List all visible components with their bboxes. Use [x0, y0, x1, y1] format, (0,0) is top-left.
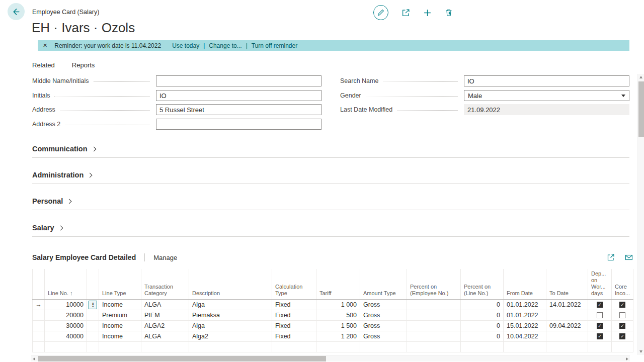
row-selector[interactable]: →	[33, 300, 45, 310]
core-income-checkbox[interactable]	[619, 333, 625, 339]
cell-amount-type[interactable]: Gross	[360, 321, 407, 331]
cell-amount-type[interactable]: Gross	[360, 300, 407, 310]
cell-description[interactable]: Piemaksa	[189, 310, 272, 321]
cell-tariff[interactable]: 1 500	[316, 321, 360, 331]
section-administration[interactable]: Administration	[32, 171, 629, 184]
address-input[interactable]	[156, 104, 321, 115]
section-personal[interactable]: Personal	[32, 197, 629, 210]
cell-description[interactable]: Alga	[189, 300, 272, 310]
vertical-scroll-thumb[interactable]	[638, 81, 644, 137]
col-from-date[interactable]: From Date	[504, 269, 546, 300]
dep-workdays-checkbox[interactable]	[597, 323, 603, 329]
cell-percent-employee[interactable]	[407, 321, 461, 331]
cell-line-type[interactable]: Income	[99, 321, 141, 331]
change-to-link[interactable]: Change to...	[209, 42, 242, 49]
col-percent-line[interactable]: Percent on (Line No.)	[461, 269, 504, 300]
cell-core-income[interactable]	[612, 310, 633, 321]
menu-reports[interactable]: Reports	[72, 61, 95, 69]
cell-line-type[interactable]: Income	[99, 331, 141, 342]
cell-from-date[interactable]: 01.01.2022	[504, 300, 546, 310]
cell-calculation-type[interactable]: Fixed	[272, 310, 316, 321]
cell-from-date[interactable]: 10.04.2022	[504, 331, 546, 342]
cell-percent-employee[interactable]	[407, 331, 461, 342]
cell-line-type[interactable]: Income	[99, 300, 141, 310]
cell-calculation-type[interactable]: Fixed	[272, 321, 316, 331]
cell-tariff[interactable]: 1 200	[316, 331, 360, 342]
cell-transaction-category[interactable]: ALGA	[141, 300, 189, 310]
col-line-type[interactable]: Line Type	[99, 269, 141, 300]
vertical-scrollbar[interactable]	[637, 74, 644, 355]
cell-line-no[interactable]: 20000	[45, 310, 87, 321]
use-today-link[interactable]: Use today	[172, 42, 199, 49]
cell-dep-workdays[interactable]	[588, 331, 612, 342]
cell-percent-line[interactable]: 0	[461, 300, 504, 310]
cell-row-menu[interactable]: ⋮	[87, 300, 99, 310]
cell-dep-workdays[interactable]	[588, 300, 612, 310]
dep-workdays-checkbox[interactable]	[597, 333, 603, 339]
col-amount-type[interactable]: Amount Type	[360, 269, 407, 300]
section-communication[interactable]: Communication	[32, 145, 629, 158]
edit-button[interactable]	[373, 5, 388, 20]
col-to-date[interactable]: To Date	[546, 269, 588, 300]
cell-line-no[interactable]: 40000	[45, 331, 87, 342]
share-icon[interactable]	[607, 253, 615, 261]
cell-to-date[interactable]: 14.01.2022	[546, 300, 588, 310]
cell-from-date[interactable]: 01.01.2022	[504, 310, 546, 321]
cell-from-date[interactable]: 15.01.2022	[504, 321, 546, 331]
gender-select[interactable]: Male	[464, 90, 629, 101]
address2-input[interactable]	[156, 119, 321, 130]
section-salary[interactable]: Salary	[32, 224, 629, 237]
cell-percent-line[interactable]: 0	[461, 331, 504, 342]
cell-core-income[interactable]	[612, 321, 633, 331]
cell-line-no[interactable]: 30000	[45, 321, 87, 331]
cell-transaction-category[interactable]: PIEM	[141, 310, 189, 321]
turn-off-reminder-link[interactable]: Turn off reminder	[252, 42, 297, 49]
cell-calculation-type[interactable]: Fixed	[272, 300, 316, 310]
banner-close-icon[interactable]: ✕	[43, 42, 47, 49]
cell-dep-workdays[interactable]	[588, 310, 612, 321]
col-line-no[interactable]: Line No. ↑	[45, 269, 87, 300]
col-tariff[interactable]: Tariff	[316, 269, 360, 300]
horizontal-scroll-thumb[interactable]	[38, 356, 326, 361]
col-core-income[interactable]: Core Inco...	[612, 269, 633, 300]
cell-calculation-type[interactable]: Fixed	[272, 331, 316, 342]
share-button[interactable]	[401, 9, 410, 17]
cell-core-income[interactable]	[612, 300, 633, 310]
cell-percent-line[interactable]: 0	[461, 310, 504, 321]
cell-line-type[interactable]: Premium	[99, 310, 141, 321]
new-button[interactable]	[423, 9, 432, 17]
cell-to-date[interactable]	[546, 331, 588, 342]
row-selector[interactable]	[33, 331, 45, 342]
col-transaction-category[interactable]: Transaction Category	[141, 269, 189, 300]
col-percent-employee[interactable]: Percent on (Employee No.)	[407, 269, 461, 300]
page-breadcrumb[interactable]: Employee Card (Salary)	[32, 9, 99, 16]
back-button[interactable]	[8, 3, 25, 20]
cell-core-income[interactable]	[612, 331, 633, 342]
cell-to-date[interactable]: 09.04.2022	[546, 321, 588, 331]
dep-workdays-checkbox[interactable]	[597, 312, 603, 318]
scroll-up-icon[interactable]	[639, 76, 642, 78]
cell-line-no[interactable]: 10000	[45, 300, 87, 310]
cell-transaction-category[interactable]: ALGA	[141, 331, 189, 342]
scroll-left-icon[interactable]	[33, 357, 35, 360]
initials-input[interactable]	[156, 90, 321, 101]
col-description[interactable]: Description	[189, 269, 272, 300]
core-income-checkbox[interactable]	[619, 302, 625, 308]
menu-related[interactable]: Related	[32, 61, 55, 69]
core-income-checkbox[interactable]	[619, 323, 625, 329]
mail-icon[interactable]	[625, 253, 633, 261]
col-dep-workdays[interactable]: Dep... on Wor... days	[588, 269, 612, 300]
cell-description[interactable]: Alga	[189, 321, 272, 331]
cell-row-menu[interactable]	[87, 331, 99, 342]
col-calculation-type[interactable]: Calculation Type	[272, 269, 316, 300]
ellipsis-menu-icon[interactable]: ⋮	[89, 301, 97, 309]
cell-percent-employee[interactable]	[407, 310, 461, 321]
delete-button[interactable]	[445, 9, 453, 17]
scroll-right-icon[interactable]	[626, 357, 628, 360]
cell-amount-type[interactable]: Gross	[360, 331, 407, 342]
cell-amount-type[interactable]: Gross	[360, 310, 407, 321]
scroll-down-icon[interactable]	[639, 350, 642, 353]
manage-button[interactable]: Manage	[153, 254, 177, 261]
cell-row-menu[interactable]	[87, 321, 99, 331]
cell-description[interactable]: Alga2	[189, 331, 272, 342]
